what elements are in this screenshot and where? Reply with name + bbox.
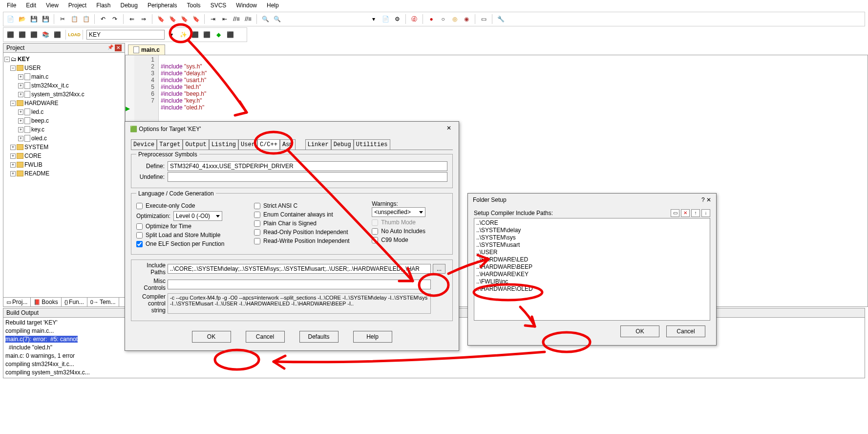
tree-toggle[interactable]: − [10, 65, 16, 71]
close-icon[interactable]: ✕ [115, 44, 122, 51]
list-item[interactable]: ..\SYSTEM\delay [476, 227, 708, 234]
packs-icon[interactable]: ⬛ [202, 30, 212, 40]
tree-toggle[interactable]: + [10, 153, 16, 159]
config-icon[interactable]: ⚙ [392, 14, 402, 24]
tree-toggle[interactable]: + [18, 74, 23, 80]
list-item[interactable]: ..\SYSTEM\sys [476, 234, 708, 241]
rebuild-all-icon[interactable]: ⬛ [29, 30, 39, 40]
rte-icon[interactable]: ◆ [213, 30, 223, 40]
file-item[interactable]: system_stm32f4xx.c [31, 90, 85, 99]
wrench-icon[interactable]: 🔧 [496, 14, 506, 24]
folder-item[interactable]: README [24, 169, 49, 178]
menu-edit[interactable]: Edit [21, 1, 41, 10]
batch-icon[interactable]: 📚 [41, 30, 50, 40]
rebuild-icon[interactable]: ⬛ [17, 30, 27, 40]
indent-icon[interactable]: ⇥ [208, 14, 218, 24]
plain-char-checkbox[interactable] [254, 220, 260, 227]
rw-pos-checkbox[interactable] [254, 238, 260, 244]
menu-peripherals[interactable]: Peripherals [143, 1, 182, 10]
window-icon[interactable]: ▭ [479, 14, 488, 24]
bookmark-icon[interactable]: 🔖 [156, 14, 166, 24]
menu-help[interactable]: Help [262, 1, 284, 10]
project-tab[interactable]: ▭ Proj... [3, 298, 31, 306]
folder-user[interactable]: USER [24, 64, 41, 72]
help-icon[interactable]: ? [701, 196, 705, 203]
folder-hardware[interactable]: HARDWARE [24, 99, 59, 108]
tree-toggle[interactable]: + [18, 109, 23, 115]
templates-tab[interactable]: 0→ Tem... [87, 298, 119, 306]
tree-toggle[interactable]: + [18, 92, 23, 97]
outdent-icon[interactable]: ⇤ [220, 14, 230, 24]
uncomment-icon[interactable]: //≡ [243, 14, 253, 24]
cancel-button[interactable]: Cancel [246, 331, 285, 343]
dropdown-icon[interactable]: ▾ [369, 14, 379, 24]
menu-flash[interactable]: Flash [91, 1, 115, 10]
c99-checkbox[interactable] [372, 237, 378, 243]
target-select[interactable] [86, 30, 165, 40]
tab-utilities[interactable]: Utilities [354, 139, 390, 150]
tab-target[interactable]: Target [157, 139, 183, 150]
ro-pos-checkbox[interactable] [254, 229, 260, 236]
pin-icon[interactable]: 📌 [107, 44, 114, 51]
file-item[interactable]: oled.c [31, 134, 47, 143]
include-paths-input[interactable] [168, 264, 431, 274]
save-all-icon[interactable]: 💾 [41, 14, 50, 24]
record2-icon[interactable]: ◎ [450, 14, 460, 24]
paste-icon[interactable]: 📋 [81, 14, 91, 24]
optimization-select[interactable]: Level 0 (-O0) [173, 211, 222, 221]
split-load-checkbox[interactable] [136, 232, 143, 239]
tree-toggle[interactable]: + [10, 162, 16, 168]
find-icon[interactable]: 🔍 [260, 14, 270, 24]
record-stop-icon[interactable]: ○ [438, 14, 448, 24]
tab-asm[interactable]: Asm [280, 139, 296, 150]
define-input[interactable] [168, 161, 447, 171]
help-button[interactable]: Help [353, 331, 392, 343]
target-dropdown-icon[interactable]: ▾ [167, 30, 176, 40]
find-files-icon[interactable]: 🔍 [272, 14, 282, 24]
menu-debug[interactable]: Debug [116, 1, 143, 10]
editor-tab-main[interactable]: main.c [128, 44, 165, 55]
record3-icon[interactable]: ◉ [462, 14, 471, 24]
move-up-icon[interactable]: ↑ [691, 209, 700, 217]
close-icon[interactable]: ✕ [706, 196, 711, 203]
undefine-input[interactable] [168, 172, 447, 182]
strict-checkbox[interactable] [254, 203, 260, 209]
opt-time-checkbox[interactable] [136, 223, 143, 230]
folder-item[interactable]: FWLIB [24, 160, 42, 169]
one-elf-checkbox[interactable] [136, 241, 143, 247]
tab-ccpp[interactable]: C/C++ [257, 139, 280, 150]
tab-listing[interactable]: Listing [209, 139, 238, 150]
close-icon[interactable]: ✕ [444, 125, 454, 133]
save-icon[interactable]: 💾 [29, 14, 39, 24]
load-icon[interactable]: LOAD [69, 30, 79, 40]
manage-icon[interactable]: ⬛ [190, 30, 200, 40]
tab-device[interactable]: Device [131, 139, 157, 150]
nav-fwd-icon[interactable]: ⇒ [139, 14, 148, 24]
exec-only-checkbox[interactable] [136, 203, 143, 209]
project-tree[interactable]: −🗂KEY −USER +main.c +stm32f4xx_it.c +sys… [3, 53, 125, 297]
folder-item[interactable]: SYSTEM [24, 143, 48, 152]
copy-icon[interactable]: 📋 [69, 14, 79, 24]
menu-tools[interactable]: Tools [182, 1, 206, 10]
tab-linker[interactable]: Linker [305, 139, 331, 150]
menu-project[interactable]: Project [64, 1, 91, 10]
books-tab[interactable]: 📕 Books [31, 298, 61, 306]
git-icon[interactable]: ⬛ [225, 30, 235, 40]
file-item[interactable]: key.c [31, 125, 44, 134]
no-auto-checkbox[interactable] [372, 228, 378, 235]
nav-back-icon[interactable]: ⇐ [127, 14, 137, 24]
tree-toggle[interactable]: + [18, 118, 23, 124]
build-icon[interactable]: ⬛ [5, 30, 15, 40]
list-item[interactable]: ..\FWLIB\inc [476, 278, 708, 285]
tree-toggle[interactable]: − [10, 101, 16, 106]
comment-icon[interactable]: //≡ [232, 14, 241, 24]
tab-user[interactable]: User [238, 139, 257, 150]
warnings-select[interactable]: <unspecified> [372, 207, 425, 217]
menu-file[interactable]: File [2, 1, 21, 10]
ok-button[interactable]: OK [620, 326, 659, 337]
list-item[interactable]: ..\CORE [476, 219, 708, 227]
folder-setup-title[interactable]: Folder Setup ? ✕ [468, 194, 716, 206]
list-item[interactable]: ..\HARDWARE\KEY [476, 271, 708, 278]
list-item[interactable]: ..\HARDWARE\LED [476, 256, 708, 263]
debug-icon[interactable]: ⓓ [409, 14, 419, 24]
